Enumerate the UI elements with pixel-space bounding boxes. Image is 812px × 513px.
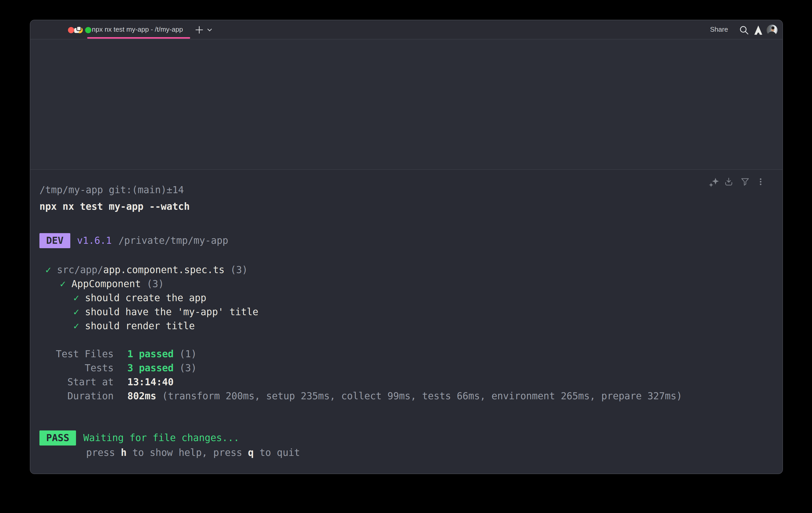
- test-file-line: ✓ src/app/app.component.spec.ts (3): [46, 263, 248, 277]
- prompt-path: /tmp/my-app git:(main)±14: [39, 184, 184, 195]
- summary-label: Tests: [39, 361, 114, 375]
- help-key: h: [121, 447, 126, 458]
- summary-value: 1 passed: [127, 348, 174, 359]
- test-name: should create the app: [85, 292, 206, 303]
- spec-count: (3): [225, 264, 248, 275]
- check-icon: ✓: [74, 320, 85, 331]
- summary-label: Duration: [39, 389, 114, 403]
- check-icon: ✓: [46, 264, 57, 275]
- terminal-output: /tmp/my-app git:(main)±14npx nx test my-…: [30, 20, 782, 474]
- test-case-line: ✓ should render title: [74, 319, 195, 333]
- suite-count: (3): [141, 278, 164, 290]
- summary-total: (3): [174, 362, 197, 374]
- check-icon: ✓: [74, 292, 85, 303]
- command-text: npx nx test my-app --watch: [39, 201, 190, 212]
- summary-value: 3 passed: [127, 362, 174, 374]
- check-icon: ✓: [74, 306, 85, 318]
- summary-label: Test Files: [39, 347, 114, 361]
- pass-badge: PASS: [39, 430, 76, 446]
- prompt-line: /tmp/my-app git:(main)±14: [39, 183, 184, 197]
- test-name: should render title: [85, 320, 195, 331]
- summary-test-files: Test Files1 passed (1): [39, 347, 197, 361]
- spec-dir: src/app/: [57, 264, 103, 275]
- summary-start: Start at13:14:40: [39, 375, 174, 389]
- dev-badge: DEV: [39, 233, 70, 248]
- watch-status-text: Waiting for file changes...: [83, 432, 239, 443]
- test-suite-line: ✓ AppComponent (3): [60, 277, 164, 291]
- test-case-line: ✓ should have the 'my-app' title: [74, 305, 258, 319]
- watch-status-line: PASSWaiting for file changes...: [39, 431, 239, 445]
- text-segment: to quit: [254, 447, 300, 458]
- summary-duration: Duration802ms (transform 200ms, setup 23…: [39, 389, 682, 403]
- project-path: /private/tmp/my-app: [118, 235, 228, 246]
- check-icon: ✓: [60, 278, 71, 290]
- terminal-window: npx nx test my-app - /t/my-app Share: [30, 20, 783, 474]
- suite-name: AppComponent: [71, 278, 141, 290]
- spec-file: app.component.spec.ts: [103, 264, 225, 275]
- vitest-header-line: DEVv1.6.1/private/tmp/my-app: [39, 234, 228, 248]
- test-name: should have the 'my-app' title: [85, 306, 258, 318]
- summary-tests: Tests3 passed (3): [39, 361, 197, 375]
- watch-help-line: press h to show help, press q to quit: [86, 446, 300, 460]
- summary-value: 13:14:40: [127, 376, 174, 387]
- text-segment: press: [86, 447, 121, 458]
- vitest-version: v1.6.1: [77, 235, 112, 246]
- text-segment: to show help, press: [126, 447, 248, 458]
- summary-breakdown: (transform 200ms, setup 235ms, collect 9…: [156, 390, 682, 402]
- test-case-line: ✓ should create the app: [74, 291, 206, 305]
- quit-key: q: [248, 447, 254, 458]
- summary-label: Start at: [39, 375, 114, 389]
- summary-value: 802ms: [127, 390, 156, 402]
- command-line: npx nx test my-app --watch: [39, 200, 190, 214]
- summary-total: (1): [174, 348, 197, 359]
